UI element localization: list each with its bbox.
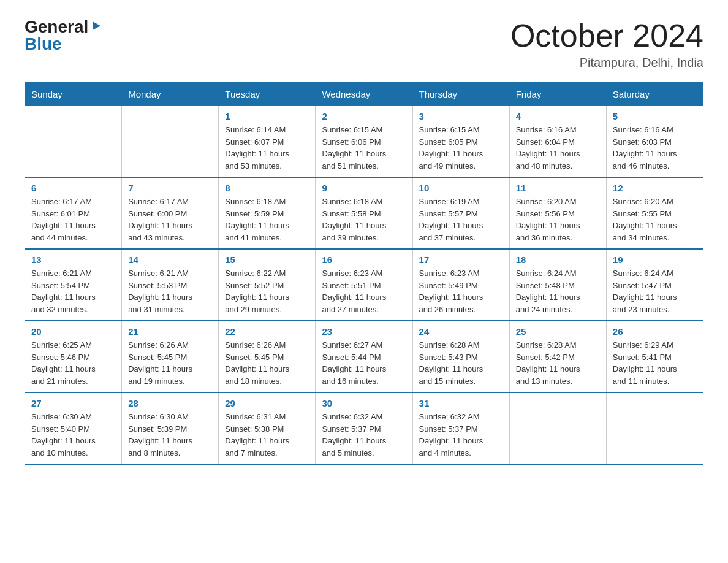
calendar-cell: 13Sunrise: 6:21 AM Sunset: 5:54 PM Dayli… [25, 249, 122, 321]
day-number: 23 [322, 326, 406, 337]
day-number: 11 [516, 183, 600, 193]
calendar-cell [606, 393, 703, 464]
calendar-cell: 21Sunrise: 6:26 AM Sunset: 5:45 PM Dayli… [122, 321, 219, 393]
day-number: 17 [419, 255, 503, 265]
day-info: Sunrise: 6:24 AM Sunset: 5:48 PM Dayligh… [516, 267, 600, 315]
calendar-week-row: 27Sunrise: 6:30 AM Sunset: 5:40 PM Dayli… [25, 393, 703, 464]
day-info: Sunrise: 6:16 AM Sunset: 6:04 PM Dayligh… [516, 124, 600, 172]
calendar-cell: 25Sunrise: 6:28 AM Sunset: 5:42 PM Dayli… [509, 321, 606, 393]
logo-general-text: General [25, 18, 88, 36]
calendar-cell: 8Sunrise: 6:18 AM Sunset: 5:59 PM Daylig… [219, 177, 316, 249]
calendar-cell: 18Sunrise: 6:24 AM Sunset: 5:48 PM Dayli… [509, 249, 606, 321]
calendar-cell: 20Sunrise: 6:25 AM Sunset: 5:46 PM Dayli… [25, 321, 122, 393]
day-info: Sunrise: 6:28 AM Sunset: 5:42 PM Dayligh… [516, 339, 600, 387]
day-info: Sunrise: 6:20 AM Sunset: 5:56 PM Dayligh… [516, 196, 600, 243]
day-number: 27 [31, 398, 115, 408]
calendar-cell: 3Sunrise: 6:15 AM Sunset: 6:05 PM Daylig… [412, 106, 509, 178]
day-number: 24 [419, 326, 503, 337]
day-info: Sunrise: 6:21 AM Sunset: 5:53 PM Dayligh… [128, 267, 212, 315]
calendar-title: October 2024 [510, 18, 703, 53]
calendar-cell [25, 106, 122, 178]
calendar-cell: 19Sunrise: 6:24 AM Sunset: 5:47 PM Dayli… [606, 249, 703, 321]
calendar-header: SundayMondayTuesdayWednesdayThursdayFrid… [25, 83, 703, 106]
day-number: 28 [128, 398, 212, 408]
day-number: 7 [128, 183, 212, 193]
day-number: 26 [613, 326, 697, 337]
calendar-cell: 5Sunrise: 6:16 AM Sunset: 6:03 PM Daylig… [606, 106, 703, 178]
day-info: Sunrise: 6:19 AM Sunset: 5:57 PM Dayligh… [419, 196, 503, 243]
day-info: Sunrise: 6:24 AM Sunset: 5:47 PM Dayligh… [613, 267, 697, 315]
day-of-week-header: Wednesday [316, 83, 412, 106]
day-info: Sunrise: 6:32 AM Sunset: 5:37 PM Dayligh… [419, 411, 503, 459]
day-number: 3 [419, 111, 503, 121]
day-number: 1 [225, 111, 309, 121]
calendar-cell: 2Sunrise: 6:15 AM Sunset: 6:06 PM Daylig… [316, 106, 412, 178]
calendar-week-row: 6Sunrise: 6:17 AM Sunset: 6:01 PM Daylig… [25, 177, 703, 249]
day-info: Sunrise: 6:17 AM Sunset: 6:00 PM Dayligh… [128, 196, 212, 243]
day-number: 5 [613, 111, 697, 121]
day-number: 8 [225, 183, 309, 193]
calendar-cell: 30Sunrise: 6:32 AM Sunset: 5:37 PM Dayli… [316, 393, 412, 464]
day-number: 15 [225, 255, 309, 265]
calendar-body: 1Sunrise: 6:14 AM Sunset: 6:07 PM Daylig… [25, 106, 703, 465]
logo-blue-text: Blue [25, 36, 62, 53]
day-of-week-header: Sunday [25, 83, 122, 106]
calendar-table: SundayMondayTuesdayWednesdayThursdayFrid… [25, 82, 703, 465]
calendar-week-row: 1Sunrise: 6:14 AM Sunset: 6:07 PM Daylig… [25, 106, 703, 178]
day-number: 18 [516, 255, 600, 265]
calendar-week-row: 20Sunrise: 6:25 AM Sunset: 5:46 PM Dayli… [25, 321, 703, 393]
day-info: Sunrise: 6:28 AM Sunset: 5:43 PM Dayligh… [419, 339, 503, 387]
calendar-cell: 7Sunrise: 6:17 AM Sunset: 6:00 PM Daylig… [122, 177, 219, 249]
calendar-cell: 16Sunrise: 6:23 AM Sunset: 5:51 PM Dayli… [316, 249, 412, 321]
day-info: Sunrise: 6:31 AM Sunset: 5:38 PM Dayligh… [225, 411, 309, 459]
calendar-cell: 29Sunrise: 6:31 AM Sunset: 5:38 PM Dayli… [219, 393, 316, 464]
day-number: 25 [516, 326, 600, 337]
day-number: 29 [225, 398, 309, 408]
day-number: 30 [322, 398, 406, 408]
day-info: Sunrise: 6:30 AM Sunset: 5:39 PM Dayligh… [128, 411, 212, 459]
day-number: 13 [31, 255, 115, 265]
days-of-week-row: SundayMondayTuesdayWednesdayThursdayFrid… [25, 83, 703, 106]
calendar-cell: 10Sunrise: 6:19 AM Sunset: 5:57 PM Dayli… [412, 177, 509, 249]
day-info: Sunrise: 6:26 AM Sunset: 5:45 PM Dayligh… [128, 339, 212, 387]
calendar-cell: 28Sunrise: 6:30 AM Sunset: 5:39 PM Dayli… [122, 393, 219, 464]
day-of-week-header: Monday [122, 83, 219, 106]
day-number: 10 [419, 183, 503, 193]
calendar-cell: 12Sunrise: 6:20 AM Sunset: 5:55 PM Dayli… [606, 177, 703, 249]
day-number: 21 [128, 326, 212, 337]
day-of-week-header: Thursday [412, 83, 509, 106]
calendar-cell: 27Sunrise: 6:30 AM Sunset: 5:40 PM Dayli… [25, 393, 122, 464]
calendar-cell [509, 393, 606, 464]
day-info: Sunrise: 6:15 AM Sunset: 6:05 PM Dayligh… [419, 124, 503, 172]
calendar-cell: 31Sunrise: 6:32 AM Sunset: 5:37 PM Dayli… [412, 393, 509, 464]
calendar-cell: 9Sunrise: 6:18 AM Sunset: 5:58 PM Daylig… [316, 177, 412, 249]
calendar-location: Pitampura, Delhi, India [510, 56, 703, 70]
day-info: Sunrise: 6:22 AM Sunset: 5:52 PM Dayligh… [225, 267, 309, 315]
calendar-cell [122, 106, 219, 178]
day-number: 31 [419, 398, 503, 408]
day-info: Sunrise: 6:30 AM Sunset: 5:40 PM Dayligh… [31, 411, 115, 459]
calendar-cell: 22Sunrise: 6:26 AM Sunset: 5:45 PM Dayli… [219, 321, 316, 393]
calendar-cell: 17Sunrise: 6:23 AM Sunset: 5:49 PM Dayli… [412, 249, 509, 321]
calendar-cell: 1Sunrise: 6:14 AM Sunset: 6:07 PM Daylig… [219, 106, 316, 178]
day-number: 9 [322, 183, 406, 193]
day-info: Sunrise: 6:27 AM Sunset: 5:44 PM Dayligh… [322, 339, 406, 387]
day-info: Sunrise: 6:16 AM Sunset: 6:03 PM Dayligh… [613, 124, 697, 172]
calendar-cell: 26Sunrise: 6:29 AM Sunset: 5:41 PM Dayli… [606, 321, 703, 393]
calendar-cell: 24Sunrise: 6:28 AM Sunset: 5:43 PM Dayli… [412, 321, 509, 393]
day-of-week-header: Friday [509, 83, 606, 106]
calendar-cell: 6Sunrise: 6:17 AM Sunset: 6:01 PM Daylig… [25, 177, 122, 249]
day-number: 4 [516, 111, 600, 121]
day-number: 14 [128, 255, 212, 265]
day-number: 19 [613, 255, 697, 265]
calendar-cell: 15Sunrise: 6:22 AM Sunset: 5:52 PM Dayli… [219, 249, 316, 321]
day-of-week-header: Tuesday [219, 83, 316, 106]
day-info: Sunrise: 6:18 AM Sunset: 5:59 PM Dayligh… [225, 196, 309, 243]
day-info: Sunrise: 6:21 AM Sunset: 5:54 PM Dayligh… [31, 267, 115, 315]
logo: General Blue [25, 18, 103, 53]
day-number: 20 [31, 326, 115, 337]
day-number: 16 [322, 255, 406, 265]
day-info: Sunrise: 6:23 AM Sunset: 5:49 PM Dayligh… [419, 267, 503, 315]
day-number: 22 [225, 326, 309, 337]
day-info: Sunrise: 6:17 AM Sunset: 6:01 PM Dayligh… [31, 196, 115, 243]
